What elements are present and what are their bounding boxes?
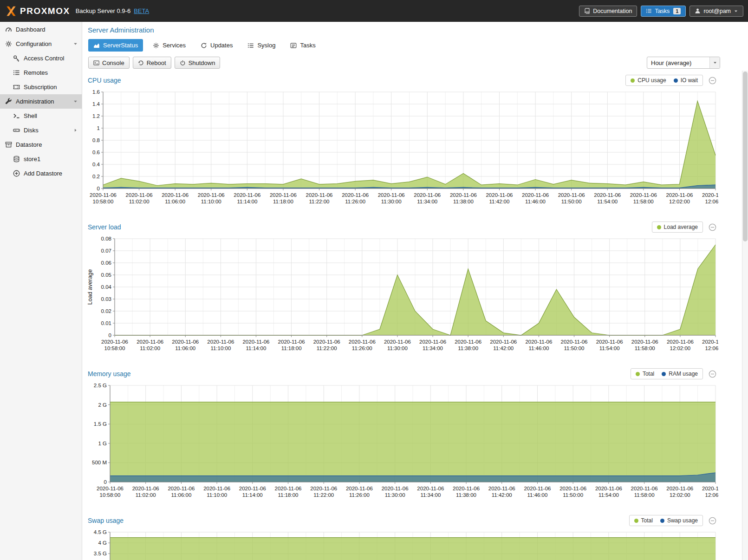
sidebar-item-add-datastore[interactable]: Add Datastore <box>0 166 82 181</box>
svg-text:2020-11-06: 2020-11-06 <box>126 192 153 198</box>
svg-text:11:30:00: 11:30:00 <box>381 199 402 204</box>
svg-text:11:46:00: 11:46:00 <box>527 492 548 498</box>
beta-link[interactable]: BETA <box>134 7 149 14</box>
terminal-icon <box>93 60 99 66</box>
header-actions: Documentation Tasks 1 root@pam <box>579 6 743 17</box>
svg-text:11:34:00: 11:34:00 <box>423 345 443 351</box>
svg-text:11:58:00: 11:58:00 <box>635 345 655 351</box>
proxmox-logo[interactable]: PROXMOX <box>5 6 70 17</box>
shutdown-button[interactable]: Shutdown <box>175 57 221 69</box>
sidebar-item-shell[interactable]: Shell <box>0 109 82 123</box>
svg-text:2020-11-06: 2020-11-06 <box>378 192 405 198</box>
documentation-button[interactable]: Documentation <box>579 6 637 17</box>
caret-down-icon[interactable] <box>73 41 78 46</box>
vertical-scrollbar[interactable] <box>742 71 748 560</box>
svg-text:2020-11-06: 2020-11-06 <box>384 339 411 345</box>
panel-title: CPU usage <box>88 77 121 84</box>
sidebar-item-label: store1 <box>24 156 40 163</box>
scrollbar-thumb[interactable] <box>743 72 748 241</box>
svg-text:10:58:00: 10:58:00 <box>104 345 125 351</box>
legend-label: IO wait <box>681 77 698 84</box>
tab-serverstatus[interactable]: ServerStatus <box>88 39 143 52</box>
svg-text:2020-11-06: 2020-11-06 <box>631 339 658 345</box>
svg-text:11:18:00: 11:18:00 <box>273 199 293 204</box>
svg-text:2020-11-06: 2020-11-06 <box>234 192 260 198</box>
panel-swap-usage: Swap usageTotalSwap usage0500 M1 G1.5 G2… <box>86 514 718 560</box>
svg-text:11:38:00: 11:38:00 <box>458 345 478 351</box>
svg-text:0.05: 0.05 <box>101 272 111 278</box>
caret-right-icon[interactable] <box>73 128 78 133</box>
gears-icon <box>5 40 12 47</box>
sidebar-item-configuration[interactable]: Configuration <box>0 37 82 51</box>
tasks-button[interactable]: Tasks 1 <box>641 6 686 17</box>
sidebar-item-access-control[interactable]: Access Control <box>0 51 82 65</box>
svg-text:11:10:00: 11:10:00 <box>201 199 221 204</box>
tab-services[interactable]: Services <box>148 39 191 52</box>
caret-down-icon[interactable] <box>73 99 78 104</box>
time-range-select[interactable]: Hour (average) <box>647 57 720 69</box>
legend-item: CPU usage <box>631 77 666 84</box>
reboot-button[interactable]: Reboot <box>133 57 171 69</box>
svg-text:11:42:00: 11:42:00 <box>493 345 514 351</box>
svg-text:2020-11-06: 2020-11-06 <box>631 486 658 491</box>
svg-text:1: 1 <box>97 125 100 131</box>
svg-text:11:34:00: 11:34:00 <box>420 492 441 498</box>
chart-area: 0500 M1 G1.5 G2 G2.5 G3 G3.5 G4 G4.5 G20… <box>86 527 718 560</box>
svg-text:2020-11-06: 2020-11-06 <box>490 339 517 345</box>
button-label: Reboot <box>147 59 166 66</box>
sidebar-item-dashboard[interactable]: Dashboard <box>0 22 82 37</box>
svg-text:2020-11-06: 2020-11-06 <box>278 339 305 345</box>
svg-text:2020-11-06: 2020-11-06 <box>242 339 269 345</box>
console-button[interactable]: Console <box>88 57 130 69</box>
sidebar-item-remotes[interactable]: Remotes <box>0 65 82 80</box>
sidebar-item-store1[interactable]: store1 <box>0 152 82 166</box>
collapse-panel-button[interactable] <box>709 223 716 231</box>
collapse-panel-button[interactable] <box>709 370 716 378</box>
svg-text:2020-11-06: 2020-11-06 <box>525 339 552 345</box>
proxmox-x-icon <box>5 6 18 17</box>
svg-text:2020-11-06: 2020-11-06 <box>702 486 718 491</box>
svg-text:2020-11-06: 2020-11-06 <box>97 486 124 491</box>
sidebar-item-subscription[interactable]: Subscription <box>0 80 82 94</box>
svg-text:2020-11-06: 2020-11-06 <box>310 486 337 491</box>
panel-title: Memory usage <box>88 370 131 378</box>
svg-text:2020-11-06: 2020-11-06 <box>101 339 128 345</box>
sidebar-item-datastore[interactable]: Datastore <box>0 137 82 152</box>
svg-text:11:26:00: 11:26:00 <box>349 492 370 498</box>
chart-cpu-usage: 00.20.40.60.811.21.41.62020-11-0610:58:0… <box>86 87 718 211</box>
collapse-panel-button[interactable] <box>709 77 716 85</box>
tab-updates[interactable]: Updates <box>195 39 238 52</box>
button-label: Console <box>102 59 124 66</box>
chart-memory-usage: 0500 M1 G1.5 G2 G2.5 G2020-11-0610:58:00… <box>86 381 718 504</box>
legend-label: Load average <box>664 224 698 230</box>
tab-tasks[interactable]: Tasks <box>285 39 320 52</box>
user-menu-button[interactable]: root@pam <box>689 6 743 17</box>
panel-memory-usage: Memory usageTotalRAM usage0500 M1 G1.5 G… <box>86 367 718 506</box>
gears-icon <box>153 42 159 49</box>
chart-area: 0500 M1 G1.5 G2 G2.5 G2020-11-0610:58:00… <box>86 381 718 506</box>
collapse-panel-button[interactable] <box>709 517 716 525</box>
legend-item: Swap usage <box>660 517 698 524</box>
svg-text:2020-11-06: 2020-11-06 <box>132 486 159 491</box>
archive-icon <box>5 141 12 148</box>
svg-text:2020-11-06: 2020-11-06 <box>90 192 117 198</box>
chart-legend: TotalSwap usage <box>629 515 703 526</box>
svg-text:0.01: 0.01 <box>101 320 111 326</box>
svg-text:2020-11-06: 2020-11-06 <box>558 192 585 198</box>
chart-area: 00.20.40.60.811.21.41.62020-11-0610:58:0… <box>86 87 718 213</box>
area-chart-icon <box>93 42 100 49</box>
svg-text:2020-11-06: 2020-11-06 <box>666 192 693 198</box>
sidebar-item-administration[interactable]: Administration <box>0 94 82 109</box>
tab-syslog[interactable]: Syslog <box>242 39 280 52</box>
svg-text:0: 0 <box>97 186 100 191</box>
svg-text:2020-11-06: 2020-11-06 <box>702 192 718 198</box>
panel-cpu-usage: CPU usageCPU usageIO wait00.20.40.60.811… <box>86 73 718 213</box>
svg-text:1.2: 1.2 <box>92 113 100 119</box>
svg-text:2020-11-06: 2020-11-06 <box>561 339 588 345</box>
svg-text:12:02:00: 12:02:00 <box>670 345 690 351</box>
tasks-label: Tasks <box>655 8 670 14</box>
sidebar-item-disks[interactable]: Disks <box>0 123 82 137</box>
book-icon <box>584 8 590 14</box>
svg-text:10:58:00: 10:58:00 <box>93 199 114 204</box>
svg-text:11:22:00: 11:22:00 <box>313 492 334 498</box>
